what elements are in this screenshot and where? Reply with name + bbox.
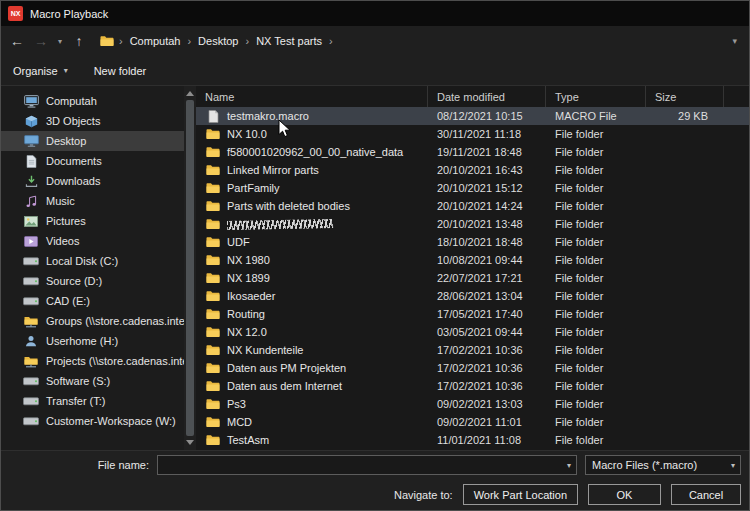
- scrollbar-thumb[interactable]: [186, 100, 194, 436]
- sidebar-item-label: Computah: [46, 95, 97, 107]
- date-modified-cell: 20/10/2021 14:24: [428, 200, 546, 212]
- table-row[interactable]: NX 198010/08/2021 09:44File folder: [196, 251, 749, 269]
- address-dropdown-icon[interactable]: ▾: [732, 36, 737, 46]
- file-name-text: Ikosaeder: [227, 290, 275, 302]
- type-cell: File folder: [546, 290, 646, 302]
- breadcrumb-separator-icon: ›: [243, 35, 251, 47]
- table-row[interactable]: NX Kundenteile17/02/2021 10:36File folde…: [196, 341, 749, 359]
- forward-button[interactable]: →: [30, 30, 52, 52]
- sidebar-item-source-d[interactable]: Source (D:): [1, 271, 184, 291]
- file-name-cell: NX 1980: [196, 254, 428, 266]
- sidebar-item-videos[interactable]: Videos: [1, 231, 184, 251]
- table-row[interactable]: Ps309/02/2021 13:03File folder: [196, 395, 749, 413]
- sidebar-item-cad-e[interactable]: CAD (E:): [1, 291, 184, 311]
- up-button[interactable]: ↑: [68, 30, 90, 52]
- table-row[interactable]: Daten aus dem Internet17/02/2021 10:36Fi…: [196, 377, 749, 395]
- scroll-up-icon[interactable]: [186, 91, 194, 96]
- type-cell: File folder: [546, 362, 646, 374]
- nx-app-icon: NX: [8, 6, 23, 21]
- column-header-date-modified[interactable]: Date modified: [428, 86, 546, 107]
- sidebar-item-computah[interactable]: Computah: [1, 91, 184, 111]
- type-cell: File folder: [546, 164, 646, 176]
- table-row[interactable]: Routing17/05/2021 17:40File folder: [196, 305, 749, 323]
- file-name-text: NX 1980: [227, 254, 270, 266]
- breadcrumb-separator-icon: ›: [185, 35, 193, 47]
- file-name-text: Parts with deleted bodies: [227, 200, 350, 212]
- type-cell: File folder: [546, 398, 646, 410]
- sidebar-item-customer-workspace-w[interactable]: Customer-Workspace (W:): [1, 411, 184, 431]
- sidebar-item-software-s[interactable]: Software (S:): [1, 371, 184, 391]
- file-name-row: File name: ▾ Macro Files (*.macro) ▾: [1, 450, 749, 479]
- type-cell: File folder: [546, 344, 646, 356]
- sidebar-item-downloads[interactable]: Downloads: [1, 171, 184, 191]
- type-cell: File folder: [546, 416, 646, 428]
- type-cell: File folder: [546, 200, 646, 212]
- sidebar-item-userhome-h[interactable]: Userhome (H:): [1, 331, 184, 351]
- file-name-text: Daten aus PM Projekten: [227, 362, 346, 374]
- new-folder-button[interactable]: New folder: [94, 65, 147, 77]
- table-row[interactable]: UDF18/10/2021 18:48File folder: [196, 233, 749, 251]
- sidebar-item-local-disk-c[interactable]: Local Disk (C:): [1, 251, 184, 271]
- back-button[interactable]: ←: [6, 30, 28, 52]
- file-name-input[interactable]: ▾: [157, 455, 577, 475]
- file-type-select[interactable]: Macro Files (*.macro) ▾: [585, 455, 741, 475]
- scroll-down-icon[interactable]: [186, 440, 194, 445]
- documents-icon: [23, 155, 39, 168]
- column-header-type[interactable]: Type: [546, 86, 646, 107]
- drive-icon: [23, 377, 39, 386]
- drive-icon: [23, 297, 39, 306]
- sidebar-item-label: Videos: [46, 235, 79, 247]
- folder-icon: [205, 290, 221, 302]
- work-part-location-button[interactable]: Work Part Location: [463, 484, 578, 505]
- table-row[interactable]: Linked Mirror parts20/10/2021 16:43File …: [196, 161, 749, 179]
- table-row[interactable]: MCD09/02/2021 11:01File folder: [196, 413, 749, 431]
- file-name-cell: Linked Mirror parts: [196, 164, 428, 176]
- table-row[interactable]: 20/10/2021 13:48File folder: [196, 215, 749, 233]
- type-cell: File folder: [546, 218, 646, 230]
- table-row[interactable]: NX 12.003/05/2021 09:44File folder: [196, 323, 749, 341]
- organise-button[interactable]: Organise ▾: [13, 65, 68, 77]
- folder-icon: [205, 146, 221, 158]
- breadcrumb-item[interactable]: Desktop: [195, 35, 241, 47]
- table-row[interactable]: Ikosaeder28/06/2021 13:04File folder: [196, 287, 749, 305]
- sidebar-item-groups-store-cadenas-interna[interactable]: Groups (\\store.cadenas.interna: [1, 311, 184, 331]
- date-modified-cell: 17/02/2021 10:36: [428, 380, 546, 392]
- sidebar-item-desktop[interactable]: Desktop: [1, 131, 184, 151]
- date-modified-cell: 19/11/2021 18:48: [428, 146, 546, 158]
- type-cell: File folder: [546, 272, 646, 284]
- breadcrumb-separator-icon: ›: [327, 35, 335, 47]
- file-type-value: Macro Files (*.macro): [586, 459, 726, 471]
- table-row[interactable]: f580001020962_00_00_native_data19/11/202…: [196, 143, 749, 161]
- file-name-cell: NX 12.0: [196, 326, 428, 338]
- breadcrumb-item[interactable]: NX Test parts: [253, 35, 325, 47]
- sidebar-item-documents[interactable]: Documents: [1, 151, 184, 171]
- sidebar-item-label: Desktop: [46, 135, 86, 147]
- chevron-down-icon[interactable]: ▾: [562, 461, 576, 470]
- new-folder-label: New folder: [94, 65, 147, 77]
- drive-icon: [23, 277, 39, 286]
- table-row[interactable]: testmakro.macro08/12/2021 10:15MACRO Fil…: [196, 107, 749, 125]
- ok-button[interactable]: OK: [588, 484, 661, 505]
- cancel-button[interactable]: Cancel: [671, 484, 741, 505]
- file-name-text: Ps3: [227, 398, 246, 410]
- table-row[interactable]: Daten aus PM Projekten17/02/2021 10:36Fi…: [196, 359, 749, 377]
- sidebar-item-pictures[interactable]: Pictures: [1, 211, 184, 231]
- scribbled-name: [227, 219, 333, 230]
- sidebar-item-projects-store-cadenas-intern[interactable]: Projects (\\store.cadenas.intern: [1, 351, 184, 371]
- table-row[interactable]: TestAsm11/01/2021 11:08File folder: [196, 431, 749, 449]
- table-row[interactable]: NX 10.030/11/2021 11:18File folder: [196, 125, 749, 143]
- column-header-size[interactable]: Size: [646, 86, 724, 107]
- sidebar-item-3d-objects[interactable]: 3D Objects: [1, 111, 184, 131]
- history-dropdown-icon[interactable]: ▾: [54, 37, 66, 46]
- sidebar-scrollbar[interactable]: [184, 86, 196, 450]
- column-header-name[interactable]: Name: [196, 86, 428, 107]
- table-row[interactable]: Parts with deleted bodies20/10/2021 14:2…: [196, 197, 749, 215]
- breadcrumb[interactable]: ›Computah›Desktop›NX Test parts›▾: [92, 29, 744, 53]
- sidebar-item-music[interactable]: Music: [1, 191, 184, 211]
- file-name-text: NX 12.0: [227, 326, 267, 338]
- title-bar[interactable]: NX Macro Playback: [1, 1, 749, 26]
- table-row[interactable]: NX 189922/07/2021 17:21File folder: [196, 269, 749, 287]
- table-row[interactable]: PartFamily20/10/2021 15:12File folder: [196, 179, 749, 197]
- breadcrumb-item[interactable]: Computah: [127, 35, 184, 47]
- sidebar-item-transfer-t[interactable]: Transfer (T:): [1, 391, 184, 411]
